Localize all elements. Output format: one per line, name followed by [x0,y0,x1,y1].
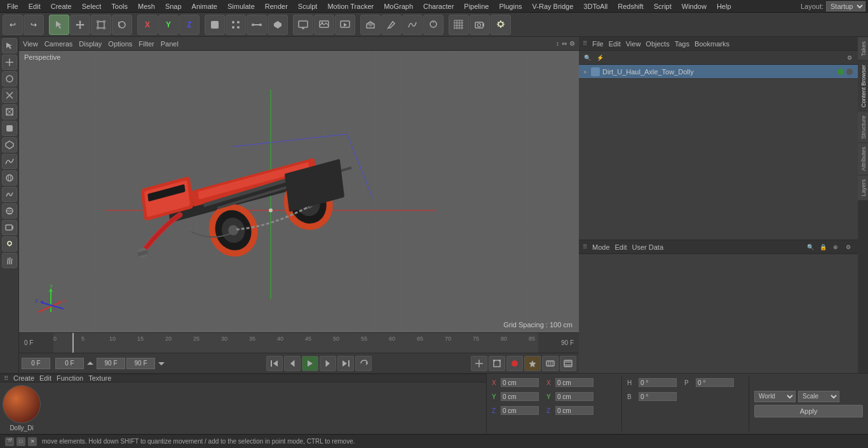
timeline-ruler[interactable]: 0 5 10 15 20 25 30 35 40 45 50 55 60 65 … [53,333,538,353]
om-search-icon[interactable]: 🔍 [581,52,593,64]
attr-menu-edit[interactable]: Edit [615,243,627,251]
menu-3dtoall[interactable]: 3DToAll [579,2,612,11]
coord-z-pos[interactable] [501,406,539,415]
render-button[interactable] [335,15,355,35]
spline-button[interactable] [402,15,423,35]
vp-menu-cameras[interactable]: Cameras [44,40,73,48]
coord-h-rot[interactable] [639,378,677,387]
mat-menu-create[interactable]: Create [13,374,34,382]
select-tool-button[interactable] [49,15,69,35]
menu-simulate[interactable]: Simulate [223,2,259,11]
camera-button[interactable] [470,15,490,35]
vp-icon-lock[interactable]: ⇔ [562,40,567,47]
om-menu-file[interactable]: File [592,40,604,48]
sb-deformer-btn[interactable] [2,187,17,202]
menu-edit[interactable]: Edit [24,2,45,11]
om-menu-objects[interactable]: Objects [646,40,669,48]
mat-menu-edit[interactable]: Edit [39,374,51,382]
om-item-name[interactable]: Dirt_U_Haul_Axle_Tow_Dolly [602,68,694,76]
frame-up-icon[interactable] [85,358,95,369]
sb-environment-btn[interactable] [2,203,17,219]
end-frame-input-2[interactable] [126,358,155,369]
mat-item[interactable]: Dolly_Di [3,385,41,431]
attr-settings-icon[interactable]: ⚙ [843,241,854,253]
menu-sculpt[interactable]: Sculpt [294,2,322,11]
film-button[interactable] [560,356,576,371]
sb-select-btn[interactable] [2,38,17,53]
sb-spline-btn[interactable] [2,154,17,169]
sb-camera-tool-btn[interactable] [2,220,17,235]
next-frame-button[interactable] [320,356,336,371]
loop-button[interactable] [355,356,372,371]
sb-light-tool-btn[interactable] [2,236,17,252]
menu-plugins[interactable]: Plugins [494,2,526,11]
om-content[interactable]: ▸ Dirt_U_Haul_Axle_Tow_Dolly [579,65,858,240]
vtab-takes[interactable]: Takes [858,37,868,60]
end-frame-input-1[interactable] [97,358,125,369]
menu-help[interactable]: Help [712,2,736,11]
rotate-tool-button[interactable] [112,15,132,35]
edge-mode-button[interactable] [247,15,267,35]
menu-redshift[interactable]: Redshift [613,2,648,11]
object-mode-button[interactable] [205,15,225,35]
vp-menu-filter[interactable]: Filter [139,40,154,48]
auto-key-button[interactable] [524,356,541,371]
mat-ball-dolly[interactable] [3,385,41,423]
vp-menu-options[interactable]: Options [108,40,132,48]
vtab-content-browser[interactable]: Content Browser [858,60,868,111]
keyframe-scale-btn[interactable] [489,356,505,371]
menu-script[interactable]: Script [649,2,676,11]
vtab-layers[interactable]: Layers [858,175,868,200]
menu-pipeline[interactable]: Pipeline [459,2,493,11]
attr-search-icon[interactable]: 🔍 [804,241,816,253]
om-menu-tags[interactable]: Tags [675,40,689,48]
record-button[interactable] [506,356,523,371]
go-to-end-button[interactable] [337,356,354,371]
coord-x-pos[interactable] [501,378,539,387]
vtab-attributes[interactable]: Attributes [858,142,868,175]
move-tool-button[interactable] [70,15,90,35]
sb-poly-btn[interactable] [2,137,17,153]
play-button[interactable] [302,356,318,371]
vp-menu-panel[interactable]: Panel [161,40,179,48]
om-item-visibility[interactable] [837,69,844,75]
om-item-dolly[interactable]: ▸ Dirt_U_Haul_Axle_Tow_Dolly [579,65,858,79]
vtab-structure[interactable]: Structure [858,111,868,143]
menu-mesh[interactable]: Mesh [133,2,159,11]
sb-scale-btn[interactable] [2,88,17,103]
sb-rotate-btn[interactable] [2,71,17,86]
om-settings-icon[interactable]: ⚙ [844,52,855,64]
go-to-start-button[interactable] [266,356,283,371]
apply-button[interactable]: Apply [754,405,863,417]
menu-animate[interactable]: Animate [187,2,222,11]
layout-select[interactable]: Startup [826,1,865,11]
scale-dropdown[interactable]: Scale Size [798,391,839,402]
viewport[interactable]: Perspective Grid Spacing : 100 cm [19,51,579,332]
vp-menu-display[interactable]: Display [79,40,102,48]
picture-viewer-button[interactable] [314,15,334,35]
world-dropdown[interactable]: World Object [754,391,796,402]
vp-icon-expand[interactable]: ↕ [556,40,559,47]
keyframe-move-btn[interactable] [471,356,487,371]
status-icon-3[interactable]: ✕ [28,437,37,446]
floor-button[interactable] [360,15,381,35]
grid-button[interactable] [449,15,469,35]
menu-select[interactable]: Select [78,2,106,11]
om-menu-view[interactable]: View [626,40,641,48]
key-marker-btn[interactable] [542,356,559,371]
status-icon-2[interactable]: □ [17,437,25,446]
status-icon-1[interactable]: 🎬 [5,437,14,446]
om-item-render[interactable] [846,69,853,75]
vp-icon-settings[interactable]: ⚙ [569,40,575,47]
z-axis-button[interactable]: Z [179,15,200,35]
prev-frame-button[interactable] [284,356,301,371]
coord-p-rot[interactable] [696,378,734,387]
coord-b-rot[interactable] [639,392,677,401]
menu-render[interactable]: Render [261,2,292,11]
point-mode-button[interactable] [226,15,246,35]
attr-add-icon[interactable]: ⊕ [830,241,841,253]
menu-motion-tracker[interactable]: Motion Tracker [323,2,378,11]
brush-button[interactable] [423,15,444,35]
mat-menu-function[interactable]: Function [57,374,83,382]
redo-button[interactable]: ↪ [24,15,44,35]
